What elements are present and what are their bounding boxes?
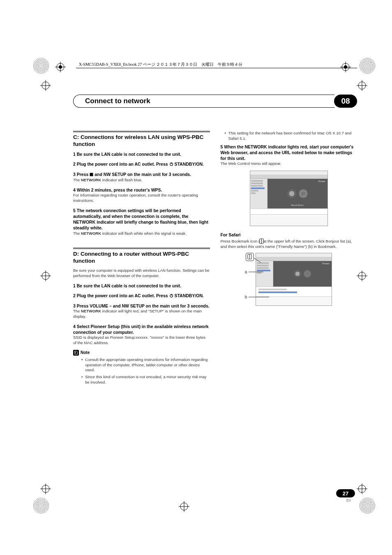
- callout-line: [254, 258, 261, 263]
- section-d-step-3-body: The NETWORK indicator will light red, an…: [73, 309, 210, 319]
- print-crop-mark: [359, 497, 376, 514]
- print-crop-mark: [359, 58, 376, 74]
- section-c-step-4: 4 Within 2 minutes, press the router's W…: [73, 187, 210, 193]
- for-safari-heading: For Safari: [221, 232, 357, 238]
- page-language-label: En: [336, 498, 351, 502]
- note-label: Note: [81, 350, 90, 356]
- section-d-step-4: 4 Select Pioneer Setup (this unit) in th…: [73, 324, 210, 335]
- section-rule: [73, 131, 210, 132]
- registration-mark-icon: [179, 501, 189, 512]
- note-item: •This setting for the network has been c…: [225, 131, 357, 141]
- chapter-title: Connect to network: [85, 97, 150, 105]
- registration-mark-icon: [40, 271, 51, 281]
- section-c-step-1: 1 Be sure the LAN cable is not connected…: [73, 151, 210, 157]
- note-list-continued: •This setting for the network has been c…: [221, 131, 357, 141]
- screenshot-brand-label: Pioneer: [323, 262, 330, 265]
- safari-screenshot-wrapper: a b Pion: [246, 253, 332, 306]
- screenshot-brand-label: Pioneer: [318, 180, 325, 183]
- print-header-rule: [76, 68, 357, 68]
- power-icon: [169, 162, 173, 167]
- note-item: •Consult the appropriate operating instr…: [81, 357, 210, 373]
- screenshot-button-label: Manual Bottom: [291, 204, 304, 207]
- section-c-step-4-body: For information regarding router operati…: [73, 193, 210, 204]
- web-control-screenshot: Pioneer Manual Bottom: [250, 171, 328, 226]
- registration-mark-icon: [40, 483, 51, 494]
- stop-icon: [90, 172, 93, 178]
- section-d-intro: Be sure your computer is equipped with w…: [73, 268, 210, 279]
- registration-mark-icon: [55, 62, 66, 72]
- power-icon: [169, 293, 173, 299]
- page-footer: 27 En: [336, 489, 355, 502]
- section-d-step-5-body: The Web Control menu will appear.: [221, 161, 357, 166]
- svg-rect-2: [90, 173, 93, 176]
- right-column: •This setting for the network has been c…: [221, 131, 357, 387]
- section-d-step-4-body: SSID is displayed as Pioneer Setup:xxxxx…: [73, 335, 210, 346]
- section-d-step-3: 3 Press VOLUME – and NW SETUP on the mai…: [73, 303, 210, 309]
- section-c-step-5: 5 The network connection settings will b…: [73, 208, 210, 231]
- registration-mark-icon: [357, 80, 367, 91]
- section-d-title: D: Connecting to a router without WPS-PB…: [73, 251, 210, 265]
- print-crop-mark: [33, 58, 49, 74]
- registration-mark-icon: [357, 271, 367, 281]
- page-number-badge: 27: [336, 489, 355, 497]
- section-c-step-3-body: The NETWORK indicator will flash blue.: [73, 178, 210, 183]
- callout-a: a: [245, 269, 264, 275]
- for-safari-body: Press Bookmark icon ( ) at the upper lef…: [221, 239, 357, 250]
- bookmark-icon-callout: [246, 253, 254, 261]
- left-column: C: Connections for wireless LAN using WP…: [73, 131, 210, 387]
- section-c-step-3: 3 Press and NW SETUP on the main unit fo…: [73, 171, 210, 178]
- section-c-title: C: Connections for wireless LAN using WP…: [73, 134, 210, 148]
- callout-b: b: [245, 294, 270, 300]
- note-list: •Consult the appropriate operating instr…: [73, 357, 210, 385]
- section-d-step-2: 2 Plug the power cord into an AC outlet.…: [73, 293, 210, 299]
- registration-mark-icon: [340, 62, 351, 72]
- section-rule: [73, 247, 210, 249]
- page-content: C: Connections for wireless LAN using WP…: [73, 131, 357, 387]
- print-header-info: X-SMC55DAB-S_VXE8_En.book 27 ページ ２０１３年７月…: [79, 62, 242, 67]
- registration-mark-icon: [40, 80, 51, 91]
- bookmark-icon: [259, 238, 264, 245]
- section-d-step-1: 1 Be sure the LAN cable is not connected…: [73, 283, 210, 289]
- print-crop-mark: [33, 497, 49, 514]
- svg-line-9: [254, 258, 261, 263]
- chapter-number-badge: 08: [334, 95, 357, 108]
- note-header: Note: [73, 350, 210, 356]
- section-c-step-5-body: The NETWORK indicator will flash white w…: [73, 231, 210, 236]
- registration-mark-icon: [357, 483, 367, 494]
- note-item: •Since this kind of connection is not en…: [81, 375, 210, 385]
- section-c-step-2: 2 Plug the power cord into an AC outlet.…: [73, 161, 210, 167]
- section-d-step-5: 5 When the NETWORK indicator lights red,…: [221, 144, 357, 162]
- chapter-header: Connect to network 08: [73, 95, 357, 108]
- note-icon: [73, 350, 79, 356]
